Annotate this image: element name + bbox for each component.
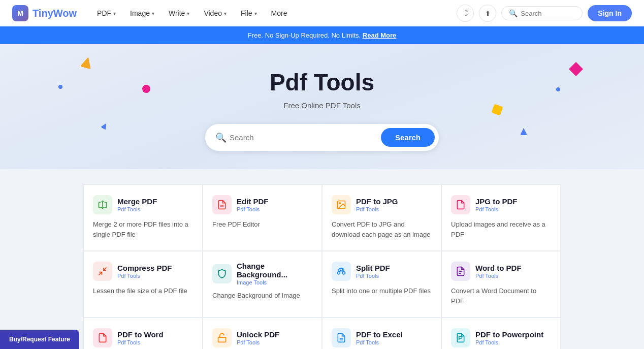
tool-category: Pdf Tools [356,273,390,279]
tool-description: Convert a Word Document to PDF [451,286,551,306]
banner-text: Free. No Sign-Up Required. No Limits. [248,31,361,39]
tool-card-header: Word to PDF Pdf Tools [451,262,551,281]
tool-name: Compress PDF [117,264,172,272]
tool-icon-jpg-to-pdf [451,195,470,214]
nav-item-pdf[interactable]: PDF ▾ [91,6,122,20]
navbar: M TinyWow PDF ▾ Image ▾ Write ▾ Video ▾ … [0,0,644,26]
tool-card-unlock-pdf[interactable]: Unlock PDF Pdf Tools Remove the password… [203,318,322,349]
nav-item-write[interactable]: Write ▾ [163,6,196,20]
dark-mode-toggle[interactable]: ☽ [457,5,474,22]
nav-item-video[interactable]: Video ▾ [198,6,233,20]
hero-search-input[interactable] [230,133,381,142]
logo-text: TinyWow [33,8,77,19]
tool-card-jpg-to-pdf[interactable]: JPG to PDF Pdf Tools Upload images and r… [441,184,561,251]
tool-card-merge-pdf[interactable]: Merge PDF Pdf Tools Merge 2 or more PDF … [83,184,203,251]
page-title: Pdf Tools [10,69,634,96]
svg-point-8 [338,272,340,274]
tool-card-header: Compress PDF Pdf Tools [93,262,193,281]
chevron-down-icon: ▾ [113,11,116,16]
tool-name: Split PDF [356,264,390,272]
tool-card-split-pdf[interactable]: Split PDF Pdf Tools Split into one or mu… [322,251,441,318]
tool-icon-edit-pdf [212,195,232,214]
tool-name: Merge PDF [117,197,157,206]
tool-name: Change Background... [237,262,312,279]
tool-card-edit-pdf[interactable]: Edit PDF Pdf Tools Free PDF Editor [203,184,322,251]
tool-name: PDF to JPG [356,197,398,206]
tool-card-header: Unlock PDF Pdf Tools [212,328,312,347]
search-icon: 🔍 [215,132,227,143]
svg-point-7 [343,272,345,274]
tool-card-header: JPG to PDF Pdf Tools [451,195,551,214]
tool-card-header: PDF to Excel Pdf Tools [332,328,432,347]
nav-search-input[interactable] [521,10,575,17]
tool-card-header: Change Background... Image Tools [212,262,312,285]
tool-name: Edit PDF [237,197,269,206]
decorative-shape-blue-dot [58,85,62,89]
tool-card-header: PDF to Powerpoint Pdf Tools [451,328,551,347]
tool-card-pdf-to-excel[interactable]: PDF to Excel Pdf Tools Convert from PDF … [322,318,441,349]
tool-icon-split-pdf [332,262,351,281]
tool-card-change-background[interactable]: Change Background... Image Tools Change … [203,251,322,318]
share-icon: ⬆ [485,10,491,17]
tool-category: Pdf Tools [237,339,279,345]
announcement-banner: Free. No Sign-Up Required. No Limits. Re… [0,26,644,44]
nav-item-image[interactable]: Image ▾ [124,6,160,20]
tool-card-compress-pdf[interactable]: Compress PDF Pdf Tools Lessen the file s… [83,251,203,318]
nav-item-more[interactable]: More [265,6,294,20]
tool-description: Upload images and receive as a PDF [451,219,551,239]
tool-icon-pdf-to-jpg [332,195,351,214]
tool-icon-pdf-to-word [93,328,112,347]
buy-request-button[interactable]: Buy/Request Feature [0,330,79,349]
tool-category: Pdf Tools [475,339,543,345]
tool-category: Pdf Tools [237,206,269,212]
logo[interactable]: M TinyWow [12,5,77,21]
share-button[interactable]: ⬆ [479,5,496,22]
tool-icon-pdf-to-powerpoint [451,328,470,347]
nav-links: PDF ▾ Image ▾ Write ▾ Video ▾ File ▾ Mor… [91,6,457,20]
hero-section: Pdf Tools Free Online PDF Tools 🔍 Search [0,44,644,169]
tool-card-pdf-to-jpg[interactable]: PDF to JPG Pdf Tools Convert PDF to JPG … [322,184,441,251]
tool-description: Free PDF Editor [212,219,312,230]
svg-line-5 [104,268,107,271]
decorative-shape-pink [142,85,150,93]
nav-search[interactable]: 🔍 [501,6,583,20]
banner-link[interactable]: Read More [363,31,396,39]
sign-in-button[interactable]: Sign In [588,5,632,21]
hero-search-bar[interactable]: 🔍 Search [205,124,439,151]
tool-name: JPG to PDF [475,197,518,206]
tool-description: Lessen the file size of a PDF file [93,286,193,296]
decorative-shape-blue-triangle [101,122,109,130]
tool-description: Change Background of Image [212,291,312,301]
search-icon: 🔍 [509,9,518,17]
decorative-shape-orange [80,56,94,70]
tool-category: Pdf Tools [356,339,403,345]
tool-card-pdf-to-powerpoint[interactable]: PDF to Powerpoint Pdf Tools Upload a PDF… [441,318,561,349]
tool-category: Image Tools [237,279,312,285]
tool-icon-unlock-pdf [212,328,232,347]
tool-card-header: Split PDF Pdf Tools [332,262,432,281]
tool-card-word-to-pdf[interactable]: Word to PDF Pdf Tools Convert a Word Doc… [441,251,561,318]
tool-name: Unlock PDF [237,330,279,339]
hero-search-button[interactable]: Search [381,128,435,147]
chevron-down-icon: ▾ [152,11,154,16]
tool-category: Pdf Tools [117,339,164,345]
chevron-down-icon: ▾ [224,11,227,16]
chevron-down-icon: ▾ [254,11,257,16]
tool-name: PDF to Powerpoint [475,330,543,339]
decorative-shape-tri-blue [520,128,527,135]
tool-category: Pdf Tools [356,206,398,212]
tool-category: Pdf Tools [475,206,518,212]
tool-description: Split into one or multiple PDF files [332,286,432,296]
logo-icon: M [12,5,28,21]
tools-grid: Merge PDF Pdf Tools Merge 2 or more PDF … [73,184,571,349]
tool-category: Pdf Tools [117,206,157,212]
tool-icon-pdf-to-excel [332,328,351,347]
tool-card-header: PDF to Word Pdf Tools [93,328,193,347]
tool-name: PDF to Word [117,330,164,339]
decorative-shape-blue-dot2 [556,87,560,91]
tool-card-header: PDF to JPG Pdf Tools [332,195,432,214]
tool-card-pdf-to-word[interactable]: PDF to Word Pdf Tools Convert a PDF to W… [83,318,203,349]
tool-category: Pdf Tools [117,273,172,279]
tool-card-header: Merge PDF Pdf Tools [93,195,193,214]
nav-item-file[interactable]: File ▾ [235,6,263,20]
